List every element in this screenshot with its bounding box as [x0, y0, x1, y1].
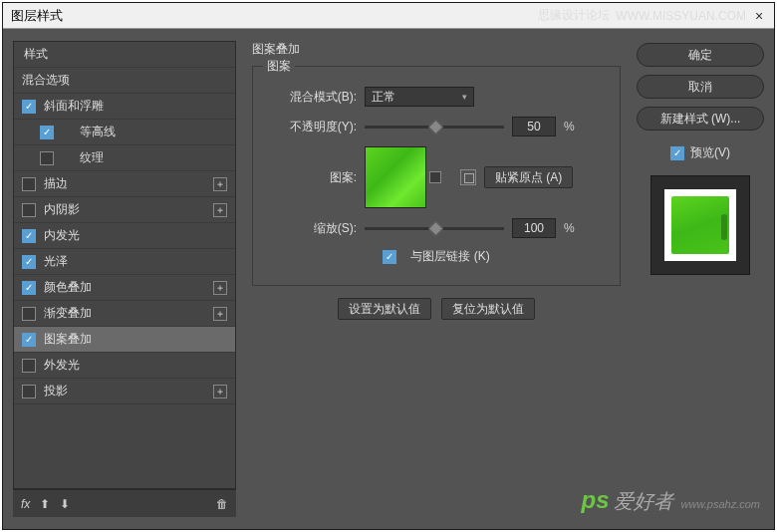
pattern-swatch[interactable]	[365, 146, 426, 208]
style-item-11[interactable]: 投影＋	[14, 379, 235, 404]
style-item-3[interactable]: 描边＋	[14, 171, 235, 197]
opacity-input[interactable]: 50	[512, 117, 556, 136]
style-label: 斜面和浮雕	[44, 98, 227, 115]
style-item-9[interactable]: ✓图案叠加	[14, 327, 235, 353]
opacity-unit: %	[564, 120, 575, 133]
style-checkbox[interactable]	[22, 359, 36, 373]
style-item-4[interactable]: 内阴影＋	[14, 197, 235, 223]
scale-unit: %	[564, 221, 575, 235]
style-label: 描边	[44, 175, 213, 192]
style-label: 等高线	[62, 124, 227, 140]
cancel-button[interactable]: 取消	[637, 75, 764, 99]
link-layer-label: 与图层链接 (K)	[410, 248, 489, 265]
style-item-6[interactable]: ✓光泽	[14, 249, 235, 275]
style-item-1[interactable]: ✓等高线	[14, 120, 235, 145]
style-checkbox[interactable]	[40, 151, 54, 165]
style-label: 纹理	[62, 149, 227, 166]
close-icon[interactable]: ×	[752, 9, 766, 23]
style-item-2[interactable]: 纹理	[14, 145, 235, 171]
style-label: 渐变叠加	[44, 305, 213, 322]
dialog-title: 图层样式	[11, 7, 63, 25]
fx-icon[interactable]: fx	[21, 497, 30, 511]
scale-slider[interactable]	[365, 220, 504, 236]
style-label: 内发光	[44, 227, 227, 244]
plus-icon[interactable]: ＋	[213, 281, 227, 295]
preview-box	[650, 175, 750, 275]
forum-url: WWW.MISSYUAN.COM	[616, 9, 746, 23]
style-label: 图案叠加	[44, 331, 227, 348]
arrow-up-icon[interactable]: ⬆	[40, 497, 50, 511]
title-bar: 图层样式 思缘设计论坛 WWW.MISSYUAN.COM ×	[3, 3, 774, 29]
blend-options-row[interactable]: 混合选项	[14, 68, 235, 94]
blend-mode-value: 正常	[372, 89, 395, 106]
style-label: 外发光	[44, 357, 227, 374]
arrow-down-icon[interactable]: ⬇	[60, 497, 70, 511]
style-item-0[interactable]: ✓斜面和浮雕	[14, 94, 235, 120]
blend-options-label: 混合选项	[22, 72, 227, 89]
style-checkbox[interactable]	[22, 203, 36, 217]
forum-text: 思缘设计论坛	[538, 7, 610, 24]
style-checkbox[interactable]	[22, 307, 36, 321]
style-item-5[interactable]: ✓内发光	[14, 223, 235, 249]
style-checkbox[interactable]: ✓	[22, 100, 36, 114]
plus-icon[interactable]: ＋	[213, 177, 227, 191]
pattern-label: 图案:	[267, 169, 357, 186]
blend-mode-label: 混合模式(B):	[267, 89, 357, 106]
trash-icon[interactable]: 🗑	[216, 497, 228, 511]
style-item-10[interactable]: 外发光	[14, 353, 235, 379]
style-label: 内阴影	[44, 201, 213, 218]
preview-checkbox[interactable]: ✓	[670, 146, 684, 160]
styles-header: 样式	[14, 42, 235, 68]
style-checkbox[interactable]: ✓	[40, 126, 54, 139]
fieldset-legend: 图案	[263, 58, 295, 75]
reset-default-button[interactable]: 复位为默认值	[441, 298, 535, 320]
plus-icon[interactable]: ＋	[213, 203, 227, 217]
scale-label: 缩放(S):	[267, 220, 357, 237]
style-checkbox[interactable]: ✓	[22, 333, 36, 347]
snap-origin-button[interactable]: 贴紧原点 (A)	[484, 166, 573, 188]
style-label: 颜色叠加	[44, 279, 213, 296]
style-label: 光泽	[44, 253, 227, 270]
plus-icon[interactable]: ＋	[213, 385, 227, 399]
opacity-label: 不透明度(Y):	[267, 119, 357, 135]
plus-icon[interactable]: ＋	[213, 307, 227, 321]
style-item-8[interactable]: 渐变叠加＋	[14, 301, 235, 327]
style-checkbox[interactable]	[22, 177, 36, 191]
set-default-button[interactable]: 设置为默认值	[338, 298, 431, 320]
opacity-slider[interactable]	[365, 119, 504, 134]
preview-label: 预览(V)	[690, 144, 730, 161]
group-title: 图案叠加	[252, 41, 621, 58]
style-item-7[interactable]: ✓颜色叠加＋	[14, 275, 235, 301]
style-label: 投影	[44, 383, 213, 399]
style-checkbox[interactable]: ✓	[22, 229, 36, 243]
style-checkbox[interactable]	[22, 385, 36, 399]
link-layer-checkbox[interactable]: ✓	[383, 250, 396, 264]
style-checkbox[interactable]: ✓	[22, 255, 36, 269]
ok-button[interactable]: 确定	[637, 43, 764, 67]
snap-origin-icon[interactable]	[460, 169, 476, 185]
chevron-down-icon: ▾	[462, 92, 467, 102]
scale-input[interactable]: 100	[512, 218, 556, 238]
style-checkbox[interactable]: ✓	[22, 281, 36, 295]
new-style-button[interactable]: 新建样式 (W)...	[637, 107, 764, 131]
blend-mode-select[interactable]: 正常 ▾	[365, 87, 474, 107]
